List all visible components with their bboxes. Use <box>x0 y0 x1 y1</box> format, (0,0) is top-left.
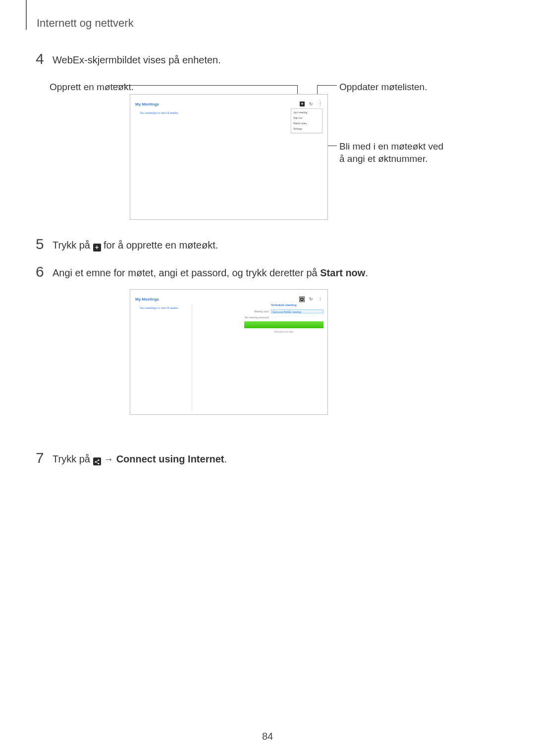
menu-item-join[interactable]: Join meeting <box>291 110 322 115</box>
topic-row: Meeting topic Samsung WebEx meeting <box>244 309 323 313</box>
refresh-icon[interactable] <box>309 297 314 302</box>
text-part: Angi et emne for møtet, angi et passord,… <box>53 267 320 278</box>
header-rule <box>26 0 27 30</box>
step-text: Trykk på → Connect using Internet. <box>53 451 227 465</box>
mock-title: My Meetings <box>135 102 159 106</box>
text-part: . <box>224 454 227 464</box>
step-text: WebEx-skjermbildet vises på enheten. <box>53 51 221 66</box>
schedule-panel: Schedule meeting Meeting topic Samsung W… <box>244 303 323 333</box>
text-part: . <box>365 267 368 278</box>
text-part: Trykk på <box>53 454 93 464</box>
text-bold: Connect using Internet <box>116 454 224 464</box>
callout-line <box>112 85 297 86</box>
plus-icon: + <box>93 244 101 252</box>
callout-line <box>317 85 337 86</box>
more-icon[interactable] <box>318 101 322 106</box>
callout-refresh-list: Oppdater møtelisten. <box>339 81 427 94</box>
overflow-menu: Join meeting Sign out Watch video Settin… <box>291 108 322 133</box>
step-number: 7 <box>36 451 53 465</box>
step-5: 5 Trykk på + for å opprette en møteøkt. <box>36 237 218 252</box>
step-text: Angi et emne for møtet, angi et passord,… <box>53 264 368 279</box>
step-7: 7 Trykk på → Connect using Internet. <box>36 451 227 465</box>
text-part: Trykk på <box>53 240 93 251</box>
text-part: for å opprette en møteøkt. <box>104 240 218 251</box>
password-label: Set meeting password <box>244 316 269 319</box>
step-number: 5 <box>36 237 53 252</box>
webex-screenshot-schedule: My Meetings + No meetings in next 8 week… <box>130 289 328 415</box>
panel-title: Schedule meeting <box>244 303 323 306</box>
plus-icon[interactable]: + <box>300 101 305 106</box>
callout-join-by-number: Bli med i en møteøkt ved å angi et øktnu… <box>339 141 448 165</box>
step-6: 6 Angi et emne for møtet, angi et passor… <box>36 264 368 279</box>
arrow: → <box>101 454 116 464</box>
share-icon <box>93 457 101 465</box>
step-number: 4 <box>36 51 53 66</box>
text-bold: Start now <box>320 267 365 278</box>
more-icon[interactable] <box>318 297 322 302</box>
mock-empty-text: No meetings in next 8 weeks <box>140 306 178 309</box>
menu-item-video[interactable]: Watch video <box>291 121 322 126</box>
topic-label: Meeting topic <box>244 310 269 313</box>
plus-icon[interactable]: + <box>299 297 305 302</box>
step-number: 6 <box>36 264 53 279</box>
password-row: Set meeting password ······ <box>244 315 323 319</box>
topic-field[interactable]: Samsung WebEx meeting <box>271 309 323 313</box>
step-text: Trykk på + for å opprette en møteøkt. <box>53 237 218 252</box>
page-number: 84 <box>0 731 535 742</box>
refresh-icon[interactable] <box>309 101 314 106</box>
menu-item-settings[interactable]: Settings <box>291 126 322 132</box>
menu-item-signout[interactable]: Sign out <box>291 115 322 121</box>
webex-screenshot-meetings: My Meetings + No meetings in next 8 week… <box>130 94 328 220</box>
plus-glyph: + <box>300 298 304 301</box>
mock-title: My Meetings <box>135 297 159 302</box>
callout-create-meeting: Opprett en møteøkt. <box>50 81 134 94</box>
step-4: 4 WebEx-skjermbildet vises på enheten. <box>36 51 221 66</box>
mock-titlebar: My Meetings + <box>130 295 327 303</box>
mock-titlebar: My Meetings + <box>130 100 327 108</box>
divider <box>192 303 192 411</box>
start-now-button[interactable] <box>244 321 323 328</box>
password-field[interactable]: ······ <box>271 315 323 319</box>
mock-empty-text: No meetings in next 8 weeks <box>140 111 178 114</box>
schedule-later-link[interactable]: Schedule for later <box>244 330 323 333</box>
page-header: Internett og nettverk <box>37 17 134 30</box>
